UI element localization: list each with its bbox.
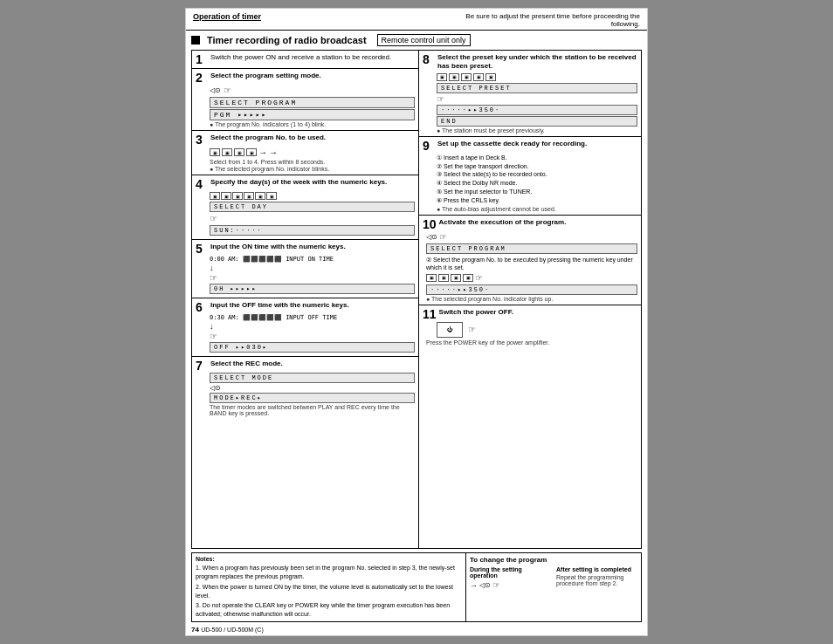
s6-arrow: ↓ (210, 322, 214, 331)
step-10-display1: SELECT PROGRAM (426, 243, 637, 254)
power-button-graphic: ⏻ (437, 322, 463, 338)
step-2-text: Select the program setting mode. (210, 72, 321, 80)
page-number: 74 UD-500 / UD-500M (C) (186, 624, 647, 635)
s7-dial: ◁⊙ (210, 384, 221, 392)
s8i1: ▣ (437, 73, 447, 81)
s11-hand: ☞ (468, 325, 476, 334)
step-6-text: Input the OFF time with the numeric keys… (210, 301, 349, 310)
step-10-num: 10 (423, 218, 437, 230)
s4-hand: ☞ (210, 214, 217, 223)
header-left: Operation of timer (193, 12, 261, 21)
step-3-icon1: ▣ (210, 148, 220, 156)
s4i2: ▣ (221, 192, 231, 200)
step-9: 9 Set up the cassette deck ready for rec… (419, 137, 641, 216)
change-after: After setting is completed Repeat the pr… (556, 566, 637, 586)
step-3-arrow2: → (269, 147, 278, 157)
s6-hand: ☞ (210, 332, 217, 341)
step-9-item3: ③ Select the side(s) to be recorded onto… (437, 170, 637, 179)
step-1-text: Switch the power ON and receive a statio… (210, 53, 391, 62)
header-right: Be sure to adjust the present time befor… (465, 12, 640, 28)
step-9-num: 9 (423, 140, 435, 152)
step-1-num: 1 (196, 53, 208, 65)
s5-arrow: ↓ (210, 264, 214, 272)
change-after-title: After setting is completed (556, 566, 637, 572)
page-num-text: 74 UD-500 / UD-500M (C) (191, 626, 264, 634)
s4i5: ▣ (255, 192, 265, 200)
step-9-note: ● The auto-bias adjustment cannot be use… (437, 206, 637, 212)
s10-hand: ☞ (439, 232, 447, 242)
step-8-display3: END (437, 116, 637, 127)
step-10: 10 Activate the execution of the program… (419, 216, 641, 305)
step-2-note: ● The program No. indicators (1 to 4) bl… (210, 121, 415, 127)
step-9-item4: ④ Select the Dolby NR mode. (437, 179, 637, 188)
step-9-item5: ⑤ Set the input selector to TUNER. (437, 188, 637, 196)
s10i4: ▣ (463, 274, 473, 282)
step-7-text: Select the REC mode. (210, 360, 283, 368)
step-9-item6: ⑥ Press the CRLS key. (437, 196, 637, 205)
step-9-text: Set up the cassette deck ready for recor… (437, 140, 587, 148)
step-3-num: 3 (196, 134, 208, 146)
step-5-num: 5 (196, 243, 208, 255)
step-6-display1: OFF ▸▸030▸ (210, 342, 415, 353)
step-8-text: Select the preset key under which the st… (437, 53, 637, 72)
s4i3: ▣ (232, 192, 243, 200)
step-4: 4 Specify the day(s) of the week with th… (192, 175, 418, 240)
bottom-section: Notes: 1. When a program has previously … (191, 552, 642, 622)
step-2: 2 Select the program setting mode. ◁⊙ ☞ … (192, 69, 418, 131)
step-8-display2: ·····▸▸350· (437, 105, 637, 115)
s5-hand: ☞ (210, 273, 217, 283)
change-arrow: → (470, 581, 478, 590)
change-after-text: Repeat the programming procedure from st… (556, 574, 637, 586)
step-10-display2: ·····▸▸350· (426, 284, 637, 295)
change-dial: ◁⊙ (479, 581, 491, 589)
step-8-num: 8 (423, 53, 435, 65)
left-column: 1 Switch the power ON and receive a stat… (192, 51, 419, 548)
s10i3: ▣ (451, 274, 461, 282)
step-10-note: ● The selected program No. indicator lig… (426, 296, 637, 302)
step-4-text: Specify the day(s) of the week with the … (210, 178, 387, 187)
s4i4: ▣ (244, 192, 254, 200)
title-bar: Timer recording of radio broadcast Remot… (186, 31, 647, 50)
step-5-subtext: 0:00 AM: ⬛⬛⬛⬛⬛ INPUT ON TIME (210, 256, 415, 263)
step-9-item1: ① Insert a tape in Deck B. (437, 154, 637, 162)
s10-dial: ◁⊙ (426, 233, 437, 241)
s10-hand2: ☞ (475, 273, 483, 283)
step-7-display1: SELECT MODE (210, 373, 415, 383)
step-3-arrow: → (258, 147, 267, 157)
step-3-note2: ● The selected program No. indicator bli… (210, 166, 415, 172)
step-3-icon2: ▣ (222, 148, 232, 156)
change-hand: ☞ (492, 580, 500, 590)
change-during: During the setting operation → ◁⊙ ☞ (470, 566, 551, 592)
s8i2: ▣ (449, 73, 459, 81)
change-during-title: During the setting operation (470, 566, 551, 579)
notes-title: Notes: (196, 556, 462, 562)
steps-container: 1 Switch the power ON and receive a stat… (191, 50, 642, 549)
page: Operation of timer Be sure to adjust the… (185, 8, 648, 636)
step-2-display1: SELECT PROGRAM (210, 97, 415, 108)
s4i1: ▣ (210, 192, 220, 200)
step-3-icon3: ▣ (234, 148, 244, 156)
step-10-subtext: ② Select the program No. to be executed … (426, 256, 637, 271)
header: Operation of timer Be sure to adjust the… (186, 9, 647, 31)
step-6-subtext: 0:30 AM: ⬛⬛⬛⬛⬛ INPUT OFF TIME (210, 314, 415, 321)
s4i6: ▣ (266, 192, 277, 200)
step-6-num: 6 (196, 301, 208, 313)
step-3: 3 Select the program No. to be used. ▣ ▣… (192, 131, 418, 175)
step-6: 6 Input the OFF time with the numeric ke… (192, 298, 418, 357)
step-10-text: Activate the execution of the program. (439, 218, 567, 227)
step-3-note1: Select from 1 to 4. Press within 8 secon… (210, 159, 415, 165)
s8i3: ▣ (461, 73, 472, 81)
step-11-text: Switch the power OFF. (439, 308, 513, 317)
step-4-num: 4 (196, 178, 208, 190)
step-7-note: The timer modes are switched between PLA… (210, 404, 415, 416)
s8-hand: ☞ (437, 94, 444, 104)
step-5: 5 Input the ON time with the numeric key… (192, 240, 418, 298)
step-3-icon4: ▣ (246, 148, 257, 156)
notes-section: Notes: 1. When a program has previously … (192, 553, 466, 621)
page-title: Timer recording of radio broadcast (207, 35, 367, 45)
step-11-note: Press the POWER key of the power amplifi… (426, 339, 637, 346)
step-3-text: Select the program No. to be used. (210, 134, 326, 142)
step-8-display1: SELECT PRESET (437, 83, 637, 93)
step-2-num: 2 (196, 72, 208, 84)
s8i5: ▣ (485, 73, 496, 81)
